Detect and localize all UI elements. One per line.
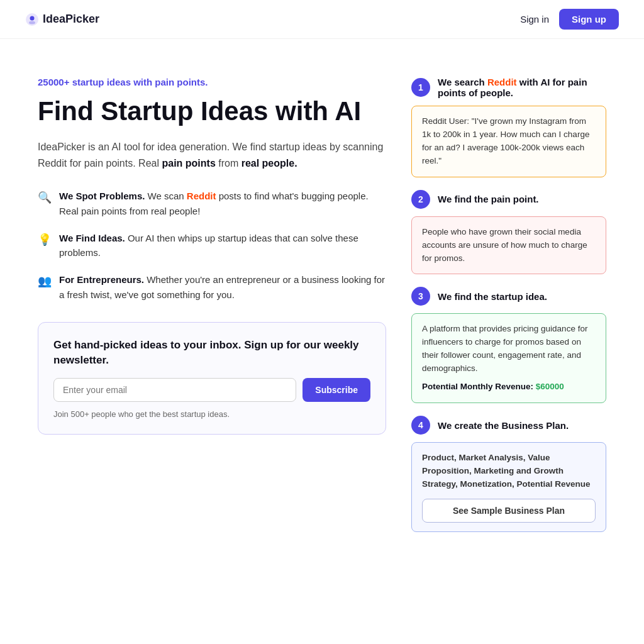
newsletter-note: Join 500+ people who get the best startu… — [53, 409, 370, 419]
step-4-card-text: Product, Market Analysis, Value Proposit… — [422, 453, 591, 489]
feature-item-entrepreneurs: 👥 For Entrepreneurs. Whether you're an e… — [38, 272, 386, 302]
reddit-link-1: Reddit — [187, 191, 216, 201]
left-column: 25000+ startup ideas with pain points. F… — [38, 77, 386, 545]
step-2-label: We find the pain point. — [438, 194, 539, 204]
step-3-label: We find the startup idea. — [438, 291, 547, 302]
real-people-bold: real people. — [242, 158, 297, 169]
step-3-card: A platform that provides pricing guidanc… — [411, 313, 606, 403]
newsletter-title: Get hand-picked ideas to your inbox. Sig… — [53, 338, 370, 368]
pain-points-bold: pain points — [162, 158, 215, 169]
step-1-label: We search Reddit with AI for pain points… — [438, 77, 606, 98]
feature-list: 🔍 We Spot Problems. We scan Reddit posts… — [38, 189, 386, 302]
feature-entrepreneurs-text: For Entrepreneurs. Whether you're an ent… — [59, 272, 386, 302]
step-4-label: We create the Business Plan. — [438, 420, 569, 431]
step-1-card: Reddit User: "I've grown my Instagram fr… — [411, 106, 606, 177]
main-container: 25000+ startup ideas with pain points. F… — [0, 39, 644, 570]
lightbulb-icon: 💡 — [38, 231, 52, 249]
signup-button[interactable]: Sign up — [559, 9, 619, 30]
step-3-header: 3 We find the startup idea. — [411, 287, 606, 306]
right-column: 1 We search Reddit with AI for pain poin… — [411, 77, 606, 545]
step-4-header: 4 We create the Business Plan. — [411, 416, 606, 435]
step-3: 3 We find the startup idea. A platform t… — [411, 287, 606, 403]
step-3-number: 3 — [411, 287, 430, 306]
navbar-actions: Sign in Sign up — [520, 9, 619, 30]
step-2-card: People who have grown their social media… — [411, 216, 606, 275]
step-2-number: 2 — [411, 190, 430, 209]
step-1: 1 We search Reddit with AI for pain poin… — [411, 77, 606, 177]
revenue-amount: $60000 — [536, 382, 564, 391]
newsletter-box: Get hand-picked ideas to your inbox. Sig… — [38, 322, 386, 435]
search-icon: 🔍 — [38, 189, 52, 207]
feature-ideas-text: We Find Ideas. Our AI then whips up star… — [59, 231, 386, 260]
svg-point-1 — [30, 16, 35, 20]
signin-button[interactable]: Sign in — [520, 14, 549, 25]
svg-point-2 — [29, 21, 35, 24]
step-1-header: 1 We search Reddit with AI for pain poin… — [411, 77, 606, 98]
subscribe-button[interactable]: Subscribe — [303, 378, 370, 402]
hero-title: Find Startup Ideas with AI — [38, 96, 386, 126]
step-4-number: 4 — [411, 416, 430, 435]
feature-item-ideas: 💡 We Find Ideas. Our AI then whips up st… — [38, 231, 386, 260]
logo-text: IdeaPicker — [43, 13, 99, 26]
logo-icon — [25, 13, 39, 26]
newsletter-form: Subscribe — [53, 378, 370, 402]
people-icon: 👥 — [38, 273, 52, 291]
step-3-revenue: Potential Monthly Revenue: $60000 — [422, 380, 596, 394]
hero-description: IdeaPicker is an AI tool for idea genera… — [38, 139, 386, 171]
step-2: 2 We find the pain point. People who hav… — [411, 190, 606, 275]
step-4: 4 We create the Business Plan. Product, … — [411, 416, 606, 532]
tagline: 25000+ startup ideas with pain points. — [38, 77, 386, 87]
feature-spot-text: We Spot Problems. We scan Reddit posts t… — [59, 189, 386, 218]
email-input[interactable] — [53, 378, 296, 402]
step-2-header: 2 We find the pain point. — [411, 190, 606, 209]
reddit-link-step1: Reddit — [487, 77, 517, 87]
feature-item-spot: 🔍 We Spot Problems. We scan Reddit posts… — [38, 189, 386, 218]
navbar: IdeaPicker Sign in Sign up — [0, 0, 644, 39]
see-sample-button[interactable]: See Sample Business Plan — [422, 499, 596, 523]
step-4-card: Product, Market Analysis, Value Proposit… — [411, 442, 606, 532]
logo: IdeaPicker — [25, 13, 99, 26]
step-1-number: 1 — [411, 78, 430, 97]
